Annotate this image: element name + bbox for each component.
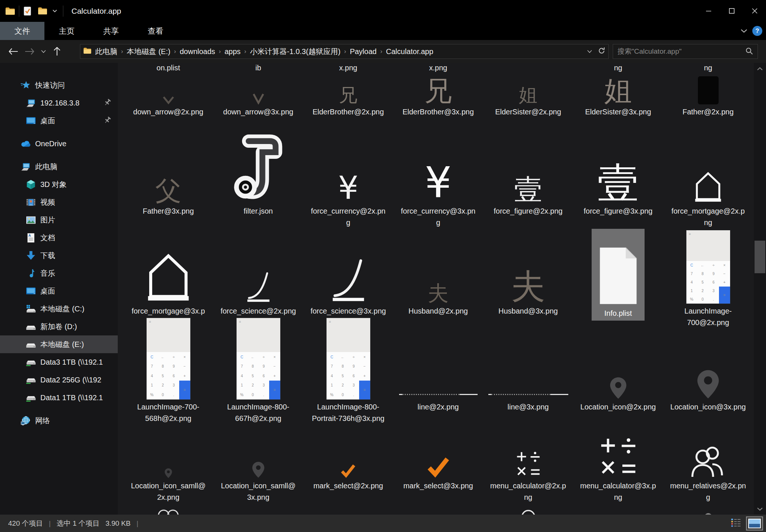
file-item[interactable]: line@3x.png	[483, 331, 573, 424]
file-item[interactable]	[483, 62, 573, 74]
search-icon[interactable]	[745, 47, 753, 56]
sidebar-item-Data2-256G-192[interactable]: Data2 256G (\\192	[0, 371, 118, 389]
file-item[interactable]	[573, 503, 663, 515]
file-item[interactable]	[123, 503, 213, 515]
details-view-icon[interactable]	[731, 518, 741, 529]
sidebar-item-此电脑[interactable]: 此电脑	[0, 158, 118, 175]
file-item[interactable]	[393, 503, 483, 515]
qat-customize-chevron-icon[interactable]	[53, 10, 57, 13]
qat-new-folder-icon[interactable]	[38, 7, 47, 15]
file-item[interactable]: ≡ C←÷×789−456+123%0. = LaunchImage-800-P…	[303, 331, 393, 424]
file-item[interactable]: Location_icon@2x.png	[573, 331, 663, 424]
file-item[interactable]: force_mortgage@3x.png	[123, 229, 213, 328]
tab-file[interactable]: 文件	[0, 22, 44, 40]
selected-file-highlight[interactable]: Info.plist	[592, 229, 645, 321]
sidebar-item-桌面[interactable]: 桌面	[0, 282, 118, 300]
file-item[interactable]: force_science@2x.png	[213, 229, 303, 328]
help-icon[interactable]: ?	[752, 26, 762, 36]
breadcrumb-item[interactable]: 小米计算器-1.0.3(越狱应用)	[248, 47, 342, 57]
sidebar-item-Data3-1TB-192-1[interactable]: Data3 1TB (\\192.1	[0, 353, 118, 371]
breadcrumb-item[interactable]: apps	[222, 47, 242, 56]
sidebar-item-Data1-1TB-192-1[interactable]: Data1 1TB (\\192.1	[0, 389, 118, 406]
back-button[interactable]	[5, 43, 21, 60]
expand-ribbon-chevron-icon[interactable]	[741, 28, 747, 34]
file-item[interactable]: mark_select@3x.png	[393, 444, 483, 503]
file-item[interactable]: menu_relatives@2x.png	[663, 444, 753, 503]
file-item[interactable]: ng	[663, 62, 753, 74]
file-item[interactable]: ≡ C←÷×789−456+123%0. = LaunchImage-700@2…	[663, 229, 753, 328]
file-item[interactable]: 夫Husband@2x.png	[393, 229, 483, 328]
file-item[interactable]: ib	[213, 62, 303, 74]
file-item[interactable]: Info.plist	[573, 229, 663, 328]
breadcrumb-item[interactable]: downloads	[177, 47, 217, 56]
sidebar-item-快速访问[interactable]: 快速访问	[0, 76, 118, 94]
sidebar-item-音乐[interactable]: 音乐	[0, 264, 118, 282]
file-item[interactable]: line@2x.png	[393, 331, 483, 424]
file-item[interactable]: x.png	[303, 62, 393, 74]
address-bar[interactable]: 此电脑›本地磁盘 (E:)›downloads›apps›小米计算器-1.0.3…	[80, 44, 609, 59]
up-button[interactable]	[49, 43, 65, 60]
sidebar-item-3D-对象[interactable]: 3D 对象	[0, 175, 118, 193]
address-dropdown-chevron-icon[interactable]	[587, 48, 592, 55]
file-item[interactable]: 夫Husband@3x.png	[483, 229, 573, 328]
file-item[interactable]: 兄ElderBrother@2x.png	[303, 78, 393, 118]
file-item[interactable]: 壹force_figure@2x.png	[483, 130, 573, 228]
sidebar-item-新加卷-D-[interactable]: 新加卷 (D:)	[0, 318, 118, 335]
file-item[interactable]: 父Father@3x.png	[123, 130, 213, 228]
scrollbar-thumb[interactable]	[755, 241, 765, 273]
file-item[interactable]	[213, 503, 303, 515]
file-item[interactable]	[483, 503, 573, 515]
qat-properties-icon[interactable]	[23, 6, 32, 16]
scroll-down-icon[interactable]	[754, 503, 766, 515]
file-item[interactable]: 壹force_figure@3x.png	[573, 130, 663, 228]
file-item[interactable]	[303, 503, 393, 515]
large-icons-view-icon[interactable]	[746, 516, 763, 531]
tab-share[interactable]: 共享	[89, 22, 133, 40]
file-item[interactable]: ng	[573, 62, 663, 74]
file-item[interactable]: down_arrow@3x.png	[213, 78, 303, 118]
file-item[interactable]: menu_calculator@2x.png	[483, 444, 573, 503]
file-item[interactable]: Location_icon@3x.png	[663, 331, 753, 424]
maximize-button[interactable]	[720, 0, 743, 22]
file-item[interactable]: Location_icon_samll@2x.png	[123, 444, 213, 503]
file-item[interactable]: ¥force_currency@2x.png	[303, 130, 393, 228]
file-item[interactable]: down_arrow@2x.png	[123, 78, 213, 118]
sidebar-item-文档[interactable]: 文档	[0, 229, 118, 247]
sidebar-item-图片[interactable]: 图片	[0, 211, 118, 229]
file-item[interactable]: Father@2x.png	[663, 78, 753, 118]
file-item[interactable]: ≡ C←÷×789−456+123%0. = LaunchImage-700-5…	[123, 331, 213, 424]
scroll-up-icon[interactable]	[754, 63, 766, 74]
sidebar-item-桌面[interactable]: 桌面	[0, 112, 118, 130]
breadcrumb-item[interactable]: 本地磁盘 (E:)	[124, 47, 173, 57]
minimize-button[interactable]	[697, 0, 720, 22]
file-item[interactable]: on.plist	[123, 62, 213, 74]
file-item[interactable]: x.png	[393, 62, 483, 74]
file-item[interactable]: 兄ElderBrother@3x.png	[393, 78, 483, 118]
sidebar-item-网络[interactable]: 网络	[0, 412, 118, 429]
tab-home[interactable]: 主页	[44, 22, 89, 40]
file-item[interactable]: force_mortgage@2x.png	[663, 130, 753, 228]
sidebar-item-本地磁盘-E-[interactable]: 本地磁盘 (E:)	[0, 335, 118, 353]
file-item[interactable]: Location_icon_samll@3x.png	[213, 444, 303, 503]
file-item[interactable]: ¥force_currency@3x.png	[393, 130, 483, 228]
file-item[interactable]	[663, 503, 753, 515]
breadcrumb-item[interactable]: 此电脑	[93, 47, 120, 57]
file-item[interactable]: mark_select@2x.png	[303, 444, 393, 503]
close-button[interactable]	[743, 0, 766, 22]
file-item[interactable]: ≡ C←÷×789−456+123%0. = LaunchImage-800-6…	[213, 331, 303, 424]
refresh-icon[interactable]	[598, 47, 605, 56]
sidebar-item-192-168-3-8[interactable]: 192.168.3.8	[0, 94, 118, 112]
sidebar-item-下载[interactable]: 下载	[0, 247, 118, 264]
breadcrumb-item[interactable]: Calculator.app	[384, 47, 436, 56]
sidebar-item-视频[interactable]: 视频	[0, 193, 118, 211]
recent-locations-chevron-icon[interactable]	[38, 43, 49, 60]
file-item[interactable]: 姐ElderSister@3x.png	[573, 78, 663, 118]
tab-view[interactable]: 查看	[133, 22, 178, 40]
file-item[interactable]: menu_calculator@3x.png	[573, 444, 663, 503]
forward-button[interactable]	[21, 43, 38, 60]
file-item[interactable]: force_science@3x.png	[303, 229, 393, 328]
file-item[interactable]: filter.json	[213, 130, 303, 228]
vertical-scrollbar[interactable]	[754, 63, 766, 515]
file-item[interactable]: 姐ElderSister@2x.png	[483, 78, 573, 118]
sidebar-item-OneDrive[interactable]: OneDrive	[0, 135, 118, 153]
